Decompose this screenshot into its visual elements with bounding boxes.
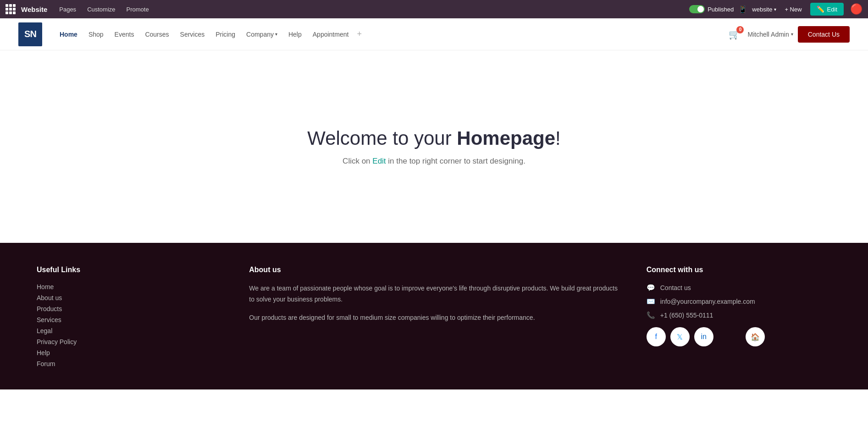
site-navbar: SN Home Shop Events Courses Services Pri… bbox=[0, 18, 868, 50]
hero-subtitle: Click on Edit in the top right corner to… bbox=[343, 157, 525, 166]
pencil-icon: ✏️ bbox=[817, 5, 824, 13]
nav-home[interactable]: Home bbox=[55, 27, 82, 42]
footer-link-products: Products bbox=[37, 305, 221, 312]
mobile-preview-icon[interactable]: 📱 bbox=[738, 5, 747, 14]
website-label: website bbox=[752, 6, 772, 13]
site-nav-links: Home Shop Events Courses Services Pricin… bbox=[55, 27, 726, 42]
nav-help[interactable]: Help bbox=[284, 27, 306, 42]
pages-link[interactable]: Pages bbox=[55, 4, 81, 15]
toggle-switch[interactable] bbox=[689, 5, 705, 13]
twitter-icon: 𝕏 bbox=[677, 333, 683, 341]
company-chevron-icon: ▾ bbox=[275, 32, 277, 37]
email-icon: ✉️ bbox=[647, 297, 656, 306]
connect-heading: Connect with us bbox=[647, 266, 831, 274]
footer-link-legal: Legal bbox=[37, 327, 221, 334]
promote-link[interactable]: Promote bbox=[122, 4, 154, 15]
phone-icon: 📞 bbox=[647, 311, 656, 320]
dropper-icon: 🔴 bbox=[850, 3, 862, 15]
site-logo[interactable]: SN bbox=[18, 22, 42, 46]
nav-services[interactable]: Services bbox=[176, 27, 210, 42]
nav-shop[interactable]: Shop bbox=[84, 27, 108, 42]
linkedin-icon: in bbox=[701, 333, 707, 341]
admin-nav: Pages Customize Promote bbox=[55, 4, 153, 15]
hero-edit-highlight: Edit bbox=[372, 157, 386, 165]
footer-useful-links: Useful Links Home About us Products Serv… bbox=[37, 266, 221, 371]
connect-contact: 💬 Contact us bbox=[647, 283, 831, 292]
logo-box: SN bbox=[18, 22, 42, 46]
facebook-icon: f bbox=[655, 333, 657, 341]
new-button[interactable]: + New bbox=[781, 4, 805, 15]
home-button[interactable]: 🏠 bbox=[746, 327, 765, 346]
site-footer: Useful Links Home About us Products Serv… bbox=[0, 243, 868, 389]
footer-connect: Connect with us 💬 Contact us ✉️ info@you… bbox=[647, 266, 831, 371]
footer-link-privacy: Privacy Policy bbox=[37, 338, 221, 345]
about-text-1: We are a team of passionate people whose… bbox=[249, 283, 619, 305]
edit-button[interactable]: ✏️ Edit bbox=[810, 3, 844, 16]
facebook-button[interactable]: f bbox=[647, 327, 666, 346]
footer-link-services: Services bbox=[37, 316, 221, 323]
customize-link[interactable]: Customize bbox=[83, 4, 120, 15]
about-text-2: Our products are designed for small to m… bbox=[249, 312, 619, 323]
grid-menu-icon[interactable] bbox=[6, 4, 16, 14]
nav-events[interactable]: Events bbox=[110, 27, 139, 42]
home-icon: 🏠 bbox=[751, 333, 760, 341]
website-dropdown[interactable]: website ▾ bbox=[752, 6, 776, 13]
nav-appointment[interactable]: Appointment bbox=[308, 27, 354, 42]
published-toggle[interactable]: Published bbox=[689, 5, 734, 13]
useful-links-heading: Useful Links bbox=[37, 266, 221, 274]
social-icons: f 𝕏 in 🏠 bbox=[647, 327, 831, 346]
footer-about: About us We are a team of passionate peo… bbox=[249, 266, 619, 371]
add-nav-item-button[interactable]: + bbox=[357, 29, 362, 39]
user-chevron-icon: ▾ bbox=[791, 32, 793, 37]
admin-bar-left: Website Pages Customize Promote bbox=[6, 4, 154, 15]
user-name: Mitchell Admin bbox=[747, 31, 789, 38]
nav-courses[interactable]: Courses bbox=[140, 27, 173, 42]
contact-us-button[interactable]: Contact Us bbox=[798, 26, 850, 43]
cart-count: 0 bbox=[736, 26, 744, 33]
nav-company[interactable]: Company ▾ bbox=[242, 27, 282, 42]
admin-bar-right: Published 📱 website ▾ + New ✏️ Edit 🔴 bbox=[689, 3, 862, 16]
published-label: Published bbox=[708, 6, 734, 13]
connect-email: ✉️ info@yourcompany.example.com bbox=[647, 297, 831, 306]
chevron-down-icon: ▾ bbox=[774, 7, 776, 12]
hero-title: Welcome to your Homepage! bbox=[307, 127, 560, 149]
nav-pricing[interactable]: Pricing bbox=[211, 27, 240, 42]
user-menu[interactable]: Mitchell Admin ▾ bbox=[747, 31, 793, 38]
chat-icon: 💬 bbox=[647, 283, 656, 292]
admin-bar: Website Pages Customize Promote Publishe… bbox=[0, 0, 868, 18]
hero-section: Welcome to your Homepage! Click on Edit … bbox=[0, 50, 868, 243]
toggle-knob bbox=[697, 6, 704, 12]
hero-title-bold: Homepage bbox=[457, 127, 555, 149]
footer-link-about: About us bbox=[37, 294, 221, 301]
cart-button[interactable]: 🛒 0 bbox=[729, 29, 740, 40]
footer-link-help: Help bbox=[37, 349, 221, 356]
connect-phone: 📞 +1 (650) 555-0111 bbox=[647, 311, 831, 320]
admin-site-name: Website bbox=[21, 5, 47, 13]
useful-links-list: Home About us Products Services Legal Pr… bbox=[37, 283, 221, 367]
linkedin-button[interactable]: in bbox=[694, 327, 713, 346]
footer-link-forum: Forum bbox=[37, 360, 221, 367]
about-heading: About us bbox=[249, 266, 619, 274]
twitter-button[interactable]: 𝕏 bbox=[670, 327, 690, 346]
footer-link-home: Home bbox=[37, 283, 221, 290]
